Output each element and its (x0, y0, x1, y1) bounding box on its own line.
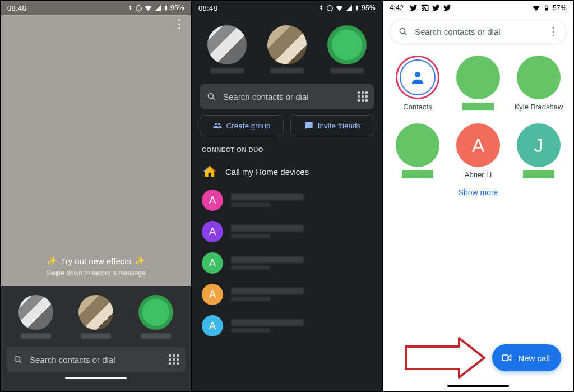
contact-label: Kyle Bradshaw (515, 103, 563, 111)
avatar (207, 25, 247, 64)
chat-icon (304, 121, 313, 130)
svg-point-17 (415, 72, 420, 77)
list-label: Call my Home devices (225, 167, 309, 177)
contact-row[interactable]: A (200, 310, 374, 342)
battery-percent: 57% (553, 4, 567, 12)
recent-contact[interactable] (131, 295, 181, 339)
svg-rect-13 (545, 8, 548, 10)
status-time: 4:42 (390, 4, 404, 12)
new-call-fab[interactable]: New call (492, 344, 561, 371)
contact-sub-redacted (231, 202, 270, 207)
recent-contact[interactable] (323, 25, 371, 73)
status-time: 08:48 (198, 4, 217, 12)
search-bar[interactable]: Search contacts or dial ⋮ (390, 19, 567, 44)
contact-sub-redacted (231, 328, 270, 333)
contact-tile[interactable]: Kyle Bradshaw (510, 56, 568, 111)
avatar (138, 295, 173, 330)
svg-line-5 (19, 361, 21, 363)
contact-sub-redacted (231, 265, 270, 270)
battery-icon (354, 4, 360, 12)
wifi-icon (144, 4, 152, 12)
avatar-initial: A (202, 284, 223, 305)
status-right: 57% (532, 4, 567, 12)
contact-name-redacted (231, 256, 304, 263)
status-bar: 4:42 57% (383, 1, 573, 15)
contact-row[interactable]: A (200, 279, 374, 310)
google-home-icon (202, 164, 217, 179)
dialpad-icon[interactable] (358, 91, 368, 102)
panel-phone-light: 4:42 57% Search contacts or dial ⋮ Conta… (383, 1, 573, 391)
show-more-link[interactable]: Show more (383, 188, 573, 197)
invite-friends-button[interactable]: Invite friends (290, 115, 374, 136)
contact-name-redacted (231, 225, 304, 232)
more-icon[interactable]: ⋮ (548, 25, 558, 38)
contact-name-redacted (523, 170, 554, 178)
contacts-icon (396, 56, 439, 99)
avatar-initial: A (202, 252, 223, 274)
contact-label: Contacts (403, 103, 432, 111)
contact-name-redacted (231, 193, 304, 200)
contact-row[interactable]: A (200, 216, 374, 247)
avatar-initial: A (202, 221, 223, 242)
contact-row[interactable]: A (200, 185, 374, 216)
search-bar[interactable]: Search contacts or dial (6, 347, 186, 372)
avatar (267, 25, 307, 64)
contact-name-redacted (210, 68, 244, 73)
dialpad-icon[interactable] (169, 354, 179, 365)
annotation-arrow (403, 335, 487, 380)
search-bar[interactable]: Search contacts or dial (200, 84, 374, 109)
bottom-sheet[interactable]: Search contacts or dial (1, 286, 191, 391)
gesture-bar[interactable] (447, 385, 509, 387)
avatar (456, 56, 500, 99)
panel-contacts-dark: 08:48 95% Search contacts or dial (192, 1, 383, 391)
twitter-icon (443, 4, 451, 12)
svg-rect-1 (137, 7, 140, 8)
search-placeholder: Search contacts or dial (223, 92, 351, 102)
contact-tile[interactable]: J (510, 123, 568, 179)
svg-rect-18 (503, 355, 508, 361)
contact-tile[interactable] (388, 123, 447, 179)
avatar (78, 295, 113, 330)
create-group-button[interactable]: Create group (200, 115, 284, 136)
recent-contact[interactable] (71, 295, 121, 339)
recent-contact[interactable] (11, 295, 61, 339)
battery-icon (544, 4, 549, 12)
gesture-bar[interactable] (65, 377, 127, 379)
recent-contact[interactable] (263, 25, 311, 73)
avatar (517, 56, 561, 99)
contact-name-redacted (81, 333, 111, 339)
avatar (396, 123, 439, 167)
bluetooth-icon (318, 4, 325, 12)
contact-sub-redacted (231, 234, 270, 238)
home-devices-item[interactable]: Call my Home devices (200, 159, 374, 185)
svg-point-10 (208, 93, 213, 98)
contact-row[interactable]: A (200, 247, 374, 279)
dnd-icon (135, 4, 142, 12)
effects-title: Try out new effects (61, 256, 131, 266)
chip-label: Create group (226, 122, 271, 130)
contact-name-redacted (231, 288, 304, 294)
contact-name-redacted (402, 170, 433, 178)
video-icon (501, 352, 512, 363)
more-icon[interactable]: ⋮ (173, 23, 186, 25)
recent-contact[interactable] (203, 25, 251, 73)
chip-label: Invite friends (318, 122, 361, 130)
sparkle-icon: ✨ (135, 256, 145, 266)
twitter-icon (432, 4, 440, 12)
contact-name-redacted (270, 68, 304, 73)
status-icons: 95% (127, 4, 184, 12)
contact-tile[interactable]: Contacts (388, 56, 447, 111)
contact-tile[interactable] (449, 56, 507, 111)
fab-label: New call (518, 353, 550, 363)
effects-banner[interactable]: ✨ Try out new effects ✨ (47, 256, 145, 266)
avatar-initial: J (517, 123, 561, 167)
contact-tile[interactable]: AAbner Li (449, 123, 507, 179)
status-bar: 08:48 95% (192, 1, 382, 15)
panel-camera: 08:48 95% (1, 1, 192, 391)
signal-icon (154, 4, 161, 12)
swipe-hint: Swipe down to record a message (46, 269, 145, 277)
battery-percent: 95% (362, 4, 376, 12)
group-icon (213, 121, 222, 130)
svg-rect-3 (165, 5, 166, 6)
contact-name-redacted (231, 319, 304, 326)
